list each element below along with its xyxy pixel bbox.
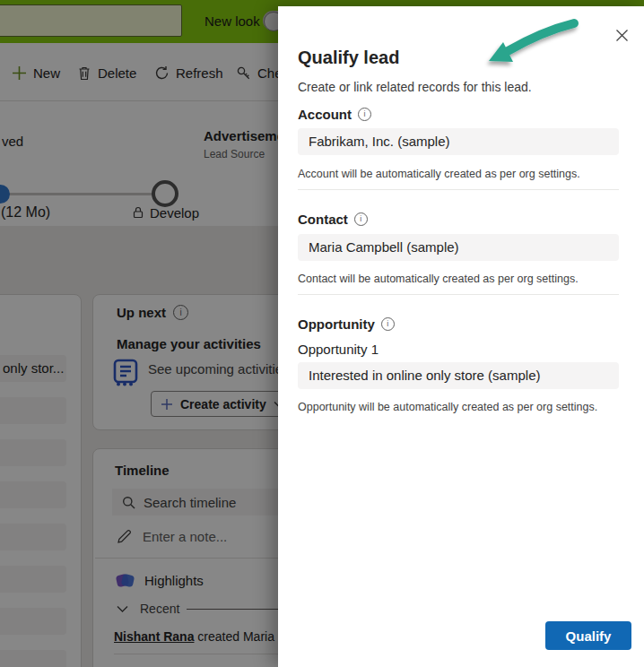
- info-icon[interactable]: i: [381, 317, 395, 331]
- panel-subtitle: Create or link related records for this …: [298, 80, 532, 94]
- opportunity-sub-label: Opportunity 1: [298, 342, 379, 357]
- divider: [298, 294, 619, 295]
- info-icon[interactable]: i: [358, 108, 371, 121]
- contact-label: Contact i: [298, 212, 368, 227]
- annotation-arrow-icon: [474, 13, 586, 69]
- account-helper-text: Account will be automatically created as…: [298, 168, 580, 180]
- panel-title: Qualify lead: [298, 48, 399, 68]
- close-icon: [615, 29, 629, 42]
- contact-field[interactable]: Maria Campbell (sample): [298, 234, 619, 261]
- app-window: New look New Delete Refresh Check Access…: [0, 0, 644, 667]
- close-panel-button[interactable]: [611, 24, 632, 46]
- qualify-button[interactable]: Qualify: [545, 621, 631, 650]
- info-icon[interactable]: i: [354, 212, 368, 226]
- divider: [298, 189, 619, 190]
- opportunity-field[interactable]: Interested in online only store (sample): [298, 362, 619, 389]
- opportunity-label: Opportunity i: [298, 316, 395, 332]
- contact-helper-text: Contact will be automatically created as…: [298, 273, 579, 285]
- opportunity-helper-text: Opportunity will be automatically create…: [298, 401, 597, 413]
- account-label: Account i: [298, 107, 371, 122]
- account-field[interactable]: Fabrikam, Inc. (sample): [298, 128, 619, 155]
- qualify-lead-panel: Qualify lead Create or link related reco…: [278, 6, 644, 667]
